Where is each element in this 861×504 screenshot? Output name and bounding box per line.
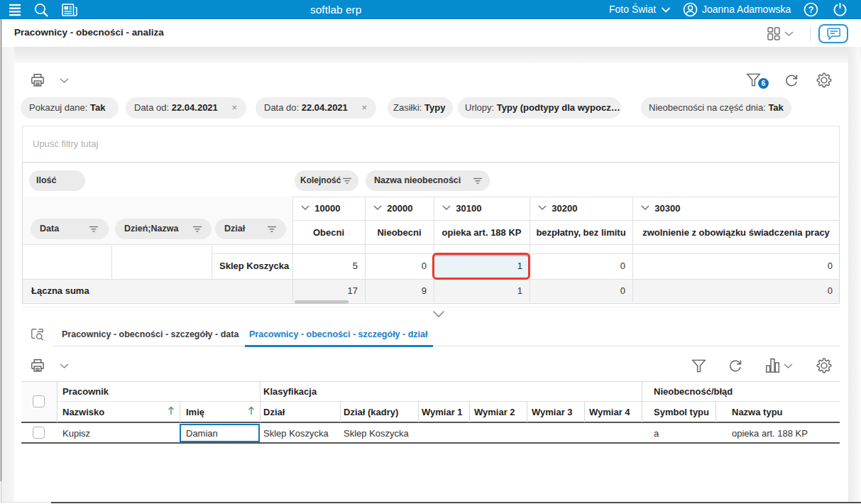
svg-text:?: ? bbox=[808, 5, 814, 15]
